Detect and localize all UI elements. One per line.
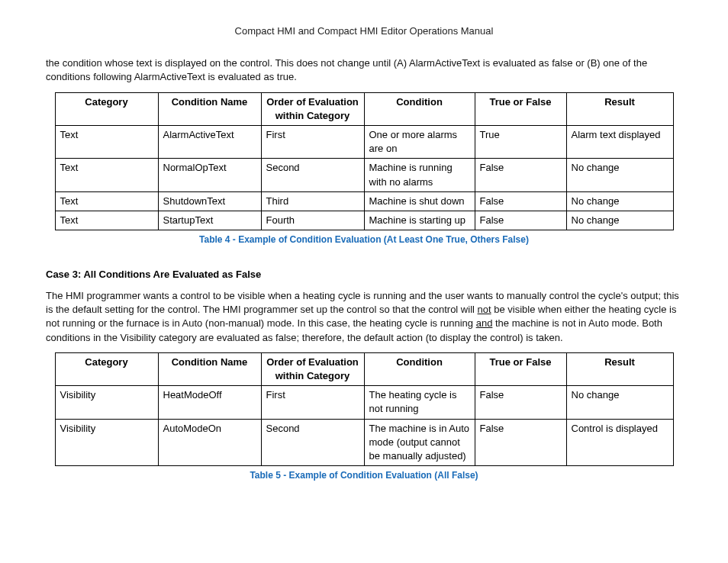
cell: False <box>475 419 566 466</box>
col-header: True or False <box>475 92 566 125</box>
col-header: Condition Name <box>158 92 261 125</box>
cell: The machine is in Auto mode (output cann… <box>364 419 475 466</box>
cell: Second <box>261 419 364 466</box>
cell: Machine is starting up <box>364 211 475 230</box>
cell: Visibility <box>55 419 158 466</box>
cell: First <box>261 125 364 158</box>
cell: No change <box>566 386 673 419</box>
col-header: True or False <box>475 352 566 385</box>
cell: Text <box>55 191 158 211</box>
intro-paragraph: the condition whose text is displayed on… <box>46 56 682 84</box>
table-row: Text ShutdownText Third Machine is shut … <box>55 191 673 211</box>
case-3-heading: Case 3: All Conditions Are Evaluated as … <box>46 268 682 282</box>
case-3-paragraph: The HMI programmer wants a control to be… <box>46 289 682 345</box>
col-header: Result <box>566 92 673 125</box>
cell: Second <box>261 159 364 191</box>
cell: False <box>475 191 566 211</box>
col-header: Order of Evaluation within Category <box>261 92 364 125</box>
cell: Visibility <box>55 386 158 419</box>
underline-and: and <box>476 317 493 329</box>
cell: False <box>475 159 566 191</box>
cell: HeatModeOff <box>158 386 261 419</box>
table-header-row: Category Condition Name Order of Evaluat… <box>55 92 673 125</box>
cell: First <box>261 386 364 419</box>
col-header: Condition <box>364 352 475 385</box>
cell: Control is displayed <box>566 419 673 466</box>
col-header: Category <box>55 92 158 125</box>
col-header: Order of Evaluation within Category <box>261 352 364 385</box>
cell: Text <box>55 211 158 230</box>
document-page: Compact HMI and Compact HMI Editor Opera… <box>0 0 728 563</box>
table-row: Text StartupText Fourth Machine is start… <box>55 211 673 230</box>
cell: False <box>475 386 566 419</box>
cell: No change <box>566 191 673 211</box>
table-5-caption: Table 5 - Example of Condition Evaluatio… <box>46 469 682 482</box>
table-header-row: Category Condition Name Order of Evaluat… <box>55 352 673 385</box>
cell: AutoModeOn <box>158 419 261 466</box>
table-row: Text NormalOpText Second Machine is runn… <box>55 159 673 191</box>
col-header: Condition <box>364 92 475 125</box>
table-4-caption: Table 4 - Example of Condition Evaluatio… <box>46 233 682 246</box>
cell: True <box>475 125 566 158</box>
cell: Fourth <box>261 211 364 230</box>
cell: AlarmActiveText <box>158 125 261 158</box>
cell: One or more alarms are on <box>364 125 475 158</box>
cell: Alarm text displayed <box>566 125 673 158</box>
cell: StartupText <box>158 211 261 230</box>
cell: Text <box>55 159 158 191</box>
table-4: Category Condition Name Order of Evaluat… <box>55 92 674 231</box>
table-row: Visibility AutoModeOn Second The machine… <box>55 419 673 466</box>
cell: Machine is shut down <box>364 191 475 211</box>
cell: No change <box>566 211 673 230</box>
table-row: Text AlarmActiveText First One or more a… <box>55 125 673 158</box>
cell: Text <box>55 125 158 158</box>
cell: False <box>475 211 566 230</box>
table-row: Visibility HeatModeOff First The heating… <box>55 386 673 419</box>
cell: NormalOpText <box>158 159 261 191</box>
cell: Third <box>261 191 364 211</box>
table-5: Category Condition Name Order of Evaluat… <box>55 352 674 466</box>
cell: The heating cycle is not running <box>364 386 475 419</box>
col-header: Condition Name <box>158 352 261 385</box>
cell: ShutdownText <box>158 191 261 211</box>
page-header: Compact HMI and Compact HMI Editor Opera… <box>46 24 682 38</box>
col-header: Category <box>55 352 158 385</box>
cell: No change <box>566 159 673 191</box>
col-header: Result <box>566 352 673 385</box>
underline-not: not <box>478 304 491 315</box>
cell: Machine is running with no alarms <box>364 159 475 191</box>
